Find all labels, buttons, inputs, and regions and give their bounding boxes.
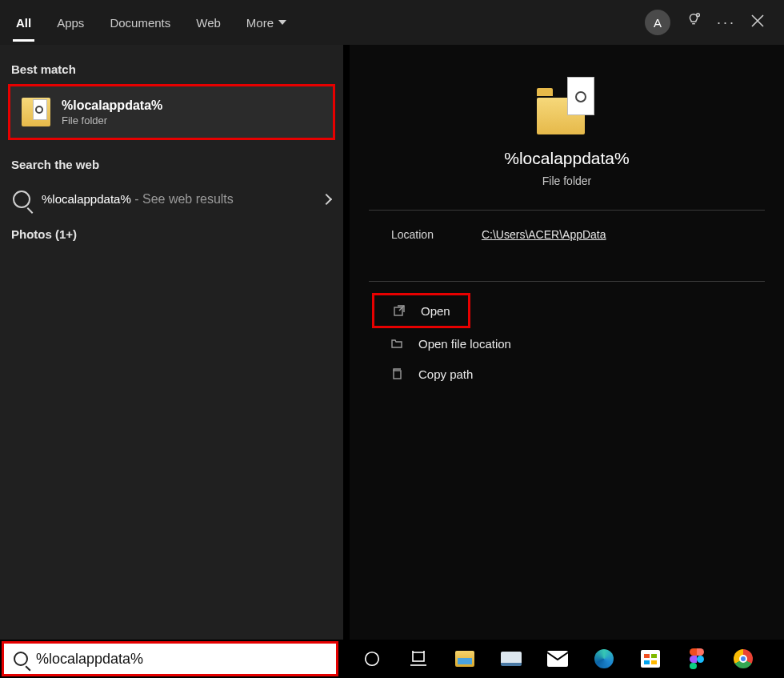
action-label: Open file location (418, 337, 511, 351)
best-match-item[interactable]: %localappdata% File folder (8, 84, 335, 140)
svg-point-3 (366, 652, 379, 666)
search-input[interactable] (36, 651, 326, 668)
more-options-icon[interactable]: ··· (717, 14, 736, 31)
preview-pane: %localappdata% File folder Location C:\U… (343, 45, 784, 640)
preview-title: %localappdata% (504, 149, 629, 168)
task-view-icon[interactable] (407, 648, 430, 670)
copy-icon (390, 367, 404, 381)
results-pane: Best match %localappdata% File folder Se… (0, 45, 343, 640)
tabs-container: All Apps Documents Web More (3, 0, 299, 45)
web-result-query: %localappdata% (42, 192, 131, 206)
svg-rect-2 (394, 371, 401, 379)
header-right: A ··· (645, 10, 781, 35)
tab-web[interactable]: Web (183, 0, 234, 45)
web-result-text: %localappdata% - See web results (42, 192, 234, 207)
action-open-file-location[interactable]: Open file location (369, 328, 765, 359)
chevron-down-icon (278, 20, 286, 25)
figma-icon[interactable] (686, 648, 708, 670)
tab-documents[interactable]: Documents (97, 0, 183, 45)
chrome-icon[interactable] (732, 648, 754, 670)
tab-label: Documents (110, 16, 170, 30)
svg-rect-4 (413, 652, 424, 661)
taskbar-icons (361, 648, 754, 670)
tab-label: Web (196, 16, 221, 30)
svg-point-0 (697, 14, 700, 17)
search-icon (14, 652, 28, 666)
tab-all[interactable]: All (3, 0, 44, 45)
search-icon (13, 191, 30, 208)
avatar-initial: A (654, 16, 662, 30)
keyboard-icon[interactable] (500, 648, 522, 670)
best-match-title: %localappdata% (62, 98, 162, 113)
header-tabbar: All Apps Documents Web More A ··· (0, 0, 784, 45)
open-icon (392, 303, 406, 318)
tab-label: All (16, 16, 31, 30)
mail-icon[interactable] (546, 648, 569, 670)
web-result-hint: - See web results (131, 192, 234, 206)
preview-folder-icon (537, 77, 598, 134)
tab-apps[interactable]: Apps (44, 0, 97, 45)
tab-more[interactable]: More (234, 0, 299, 45)
location-row: Location C:\Users\ACER\AppData (369, 211, 765, 259)
action-open[interactable]: Open (372, 293, 470, 328)
folder-icon (22, 98, 50, 126)
web-result-row[interactable]: %localappdata% - See web results (0, 179, 343, 219)
feedback-icon[interactable] (685, 12, 702, 33)
folder-location-icon (390, 336, 404, 351)
edge-icon[interactable] (593, 648, 615, 670)
section-best-match: Best match (0, 54, 343, 84)
file-explorer-icon[interactable] (454, 648, 476, 670)
location-label: Location (391, 228, 434, 241)
actions-list: Open Open file location Copy path (369, 288, 765, 394)
location-value[interactable]: C:\Users\ACER\AppData (482, 228, 606, 241)
tab-label: More (246, 16, 274, 30)
action-label: Copy path (418, 367, 473, 381)
section-search-web: Search the web (0, 150, 343, 179)
user-avatar[interactable]: A (645, 10, 670, 35)
best-match-text: %localappdata% File folder (62, 98, 162, 126)
microsoft-store-icon[interactable] (639, 648, 662, 670)
workarea: Best match %localappdata% File folder Se… (0, 45, 784, 640)
taskbar (0, 640, 784, 678)
section-photos[interactable]: Photos (1+) (0, 219, 343, 249)
close-icon[interactable] (750, 14, 765, 31)
action-label: Open (421, 304, 450, 318)
action-copy-path[interactable]: Copy path (369, 359, 765, 389)
divider (369, 281, 765, 282)
best-match-subtitle: File folder (62, 114, 162, 126)
preview-subtitle: File folder (542, 175, 591, 187)
tab-label: Apps (57, 16, 84, 30)
cortana-icon[interactable] (361, 648, 383, 670)
chevron-right-icon (321, 194, 332, 205)
search-box[interactable] (2, 641, 338, 676)
